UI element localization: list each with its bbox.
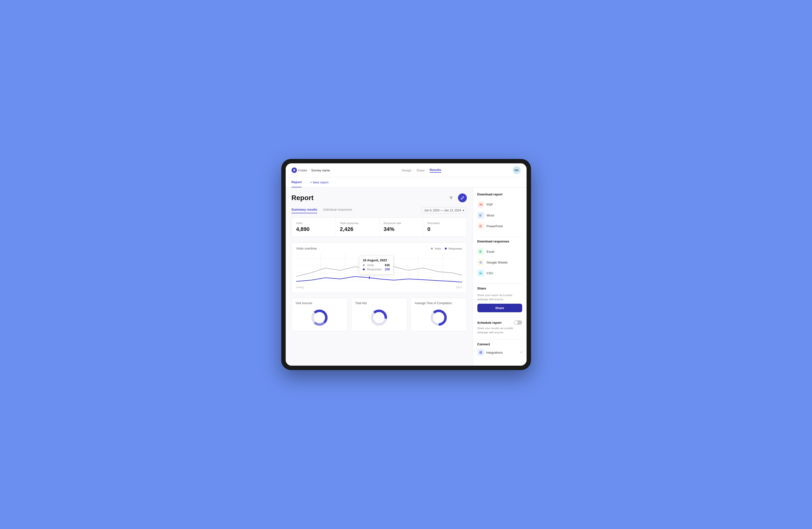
legend-visits: Visits bbox=[431, 247, 441, 250]
ppt-label: PowerPoint bbox=[487, 224, 503, 228]
csv-icon: CSV bbox=[477, 270, 484, 276]
summary-tabs-left: Summary results Individual responses bbox=[292, 208, 352, 213]
svg-point-0 bbox=[294, 170, 295, 170]
tooltip-responses-value: 208 bbox=[385, 268, 390, 271]
download-responses-title: Download responses bbox=[477, 240, 522, 243]
nav-step-share[interactable]: Share bbox=[416, 169, 425, 172]
chart-container: 16 August, 2023 Visits 635 bbox=[296, 253, 462, 285]
tab-individual-responses[interactable]: Individual responses bbox=[323, 208, 352, 213]
breadcrumb: Folder › Survey name bbox=[292, 168, 330, 173]
card-total-hits: Total hits bbox=[351, 298, 407, 331]
integrations-item[interactable]: Integrations bbox=[477, 349, 503, 356]
breadcrumb-chevron1: › bbox=[309, 169, 310, 172]
chart-legend: Visits Responses bbox=[431, 247, 462, 250]
content-area: Report Summary results Individual bbox=[286, 188, 473, 366]
report-actions bbox=[447, 194, 467, 202]
chart-title: Visits overtime bbox=[296, 247, 317, 250]
date-range-label: Jan 6, 2024 — Jan 13, 2024 bbox=[424, 209, 461, 212]
chart-section: Visits overtime Visits Responses bbox=[292, 242, 467, 293]
download-pdf[interactable]: PDF PDF bbox=[477, 199, 522, 210]
legend-responses: Responses bbox=[445, 247, 462, 250]
stat-visits: Visits 4,890 bbox=[292, 218, 335, 236]
report-title: Report bbox=[292, 194, 314, 202]
edit-button[interactable] bbox=[458, 194, 467, 202]
visit-sources-donut bbox=[296, 308, 344, 327]
new-report-button[interactable]: + New report bbox=[307, 179, 331, 186]
svg-text:W: W bbox=[479, 215, 481, 216]
download-responses-section: Download responses XL Excel G Google She… bbox=[477, 240, 522, 278]
download-word[interactable]: W Word bbox=[477, 210, 522, 221]
nav-step-results[interactable]: Results bbox=[430, 168, 441, 173]
sidebar: Download report PDF PDF W Word bbox=[473, 188, 526, 366]
stat-rate-value: 34% bbox=[383, 226, 418, 232]
stat-visits-value: 4,890 bbox=[296, 226, 331, 232]
svg-text:PPT: PPT bbox=[479, 226, 482, 227]
filter-button[interactable] bbox=[447, 194, 455, 202]
download-gsheets[interactable]: G Google Sheets bbox=[477, 257, 522, 268]
excel-icon: XL bbox=[477, 248, 484, 255]
date-range-picker[interactable]: Jan 6, 2024 — Jan 13, 2024 ▾ bbox=[422, 207, 467, 214]
avatar[interactable]: MA bbox=[513, 166, 521, 174]
top-nav: Folder › Survey name Design › Share › Re… bbox=[286, 163, 526, 177]
csv-label: CSV bbox=[487, 271, 493, 275]
avg-completion-donut bbox=[415, 308, 462, 327]
schedule-title: Schedule report bbox=[477, 321, 502, 325]
legend-visits-dot bbox=[431, 247, 433, 249]
svg-text:XL: XL bbox=[479, 251, 481, 253]
chart-tooltip: 16 August, 2023 Visits 635 bbox=[359, 256, 393, 274]
tooltip-responses-row: Responses 208 bbox=[363, 268, 390, 271]
avg-completion-title: Average Time of Completion bbox=[415, 301, 462, 305]
chart-dates: 14 Aug Oct 2 bbox=[296, 286, 462, 289]
ppt-icon: PPT bbox=[477, 223, 484, 229]
device-screen: Folder › Survey name Design › Share › Re… bbox=[286, 163, 526, 366]
nav-steps: Design › Share › Results bbox=[402, 168, 441, 173]
sidebar-divider-1 bbox=[477, 236, 522, 237]
chevron-down-icon: ▾ bbox=[463, 209, 464, 212]
schedule-description: Share your results via a public webpage … bbox=[477, 326, 522, 334]
tab-summary-results[interactable]: Summary results bbox=[292, 208, 318, 213]
nav-chevron1: › bbox=[414, 169, 415, 172]
share-button[interactable]: Share bbox=[477, 304, 522, 312]
svg-point-32 bbox=[480, 352, 481, 353]
pdf-label: PDF bbox=[487, 203, 493, 206]
card-avg-completion: Average Time of Completion bbox=[410, 298, 467, 331]
sidebar-divider-4 bbox=[477, 339, 522, 340]
sidebar-divider-2 bbox=[477, 283, 522, 284]
breadcrumb-survey[interactable]: Survey name bbox=[311, 169, 330, 172]
card-visit-sources: Visit sources bbox=[292, 298, 348, 331]
schedule-toggle-row: Schedule report bbox=[477, 320, 522, 325]
stat-responses-label: Total responses bbox=[340, 221, 375, 225]
tab-report[interactable]: Report bbox=[292, 177, 302, 187]
legend-responses-dot bbox=[445, 247, 447, 249]
report-header: Report bbox=[292, 194, 467, 202]
pdf-icon: PDF bbox=[477, 201, 484, 208]
download-report-title: Download report bbox=[477, 192, 522, 196]
google-sheets-label: Google Sheets bbox=[487, 261, 508, 264]
word-label: Word bbox=[487, 214, 494, 217]
excel-label: Excel bbox=[487, 250, 494, 254]
stat-rate-label: Response rate bbox=[383, 221, 418, 225]
svg-text:PDF: PDF bbox=[480, 204, 483, 205]
bottom-cards: Visit sources Total hits bbox=[292, 298, 467, 331]
tooltip-responses-dot bbox=[363, 268, 365, 270]
google-sheets-icon: G bbox=[477, 259, 484, 266]
connect-section: Connect Integrations ↗ bbox=[477, 342, 522, 356]
download-ppt[interactable]: PPT PowerPoint bbox=[477, 221, 522, 231]
sidebar-divider-3 bbox=[477, 317, 522, 317]
tooltip-responses-label: Responses bbox=[363, 268, 382, 271]
breadcrumb-folder[interactable]: Folder bbox=[299, 169, 307, 172]
schedule-toggle[interactable] bbox=[514, 320, 522, 325]
download-excel[interactable]: XL Excel bbox=[477, 246, 522, 257]
new-report-label: New report bbox=[313, 181, 329, 184]
nav-step-design[interactable]: Design bbox=[402, 169, 411, 172]
logo-icon bbox=[292, 168, 297, 173]
stat-total-responses: Total responses 2,426 bbox=[335, 218, 379, 236]
download-csv[interactable]: CSV CSV bbox=[477, 268, 522, 278]
share-section: Share Share your report via a public web… bbox=[477, 287, 522, 312]
word-icon: W bbox=[477, 212, 484, 219]
total-hits-donut bbox=[355, 308, 403, 327]
total-hits-title: Total hits bbox=[355, 301, 403, 305]
download-report-section: Download report PDF PDF W Word bbox=[477, 192, 522, 231]
stat-discarded-value: 0 bbox=[427, 226, 462, 232]
plus-icon: + bbox=[310, 181, 312, 184]
